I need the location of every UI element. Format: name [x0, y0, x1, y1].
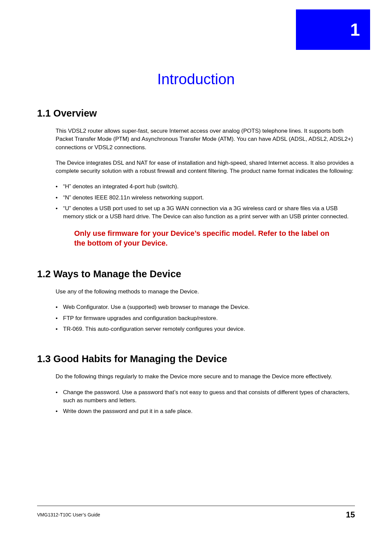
list-item: “N” denotes IEEE 802.11n wireless networ…	[56, 194, 355, 202]
list-item: “H” denotes an integrated 4-port hub (sw…	[56, 183, 355, 191]
list-item: Web Configurator. Use a (supported) web …	[56, 303, 355, 311]
section-heading-good-habits: 1.3 Good Habits for Managing the Device	[37, 353, 355, 365]
page-content: 1.1 Overview This VDSL2 router allows su…	[37, 108, 355, 418]
bullet-list: Web Configurator. Use a (supported) web …	[56, 303, 355, 333]
bullet-list: “H” denotes an integrated 4-port hub (sw…	[56, 183, 355, 221]
paragraph: Do the following things regularly to mak…	[56, 373, 355, 381]
list-item: FTP for firmware upgrades and configurat…	[56, 314, 355, 322]
chapter-title: Introduction	[0, 71, 392, 88]
chapter-tab: 1	[296, 9, 370, 50]
footer-page-number: 15	[346, 510, 355, 519]
footer-guide-title: VMG1312-T10C User’s Guide	[37, 512, 100, 517]
section-heading-ways-to-manage: 1.2 Ways to Manage the Device	[37, 268, 355, 280]
list-item: Change the password. Use a password that…	[56, 388, 355, 405]
list-item: Write down the password and put it in a …	[56, 407, 355, 415]
section-heading-overview: 1.1 Overview	[37, 108, 355, 119]
paragraph: The Device integrates DSL and NAT for ea…	[56, 159, 355, 176]
list-item: TR-069. This auto-configuration server r…	[56, 325, 355, 333]
warning-text: Only use firmware for your Device’s spec…	[74, 228, 341, 248]
paragraph: This VDSL2 router allows super-fast, sec…	[56, 127, 355, 152]
paragraph: Use any of the following methods to mana…	[56, 288, 355, 296]
bullet-list: Change the password. Use a password that…	[56, 388, 355, 416]
page-footer: VMG1312-T10C User’s Guide 15	[37, 506, 355, 519]
list-item: “U” denotes a USB port used to set up a …	[56, 204, 355, 221]
chapter-number: 1	[350, 20, 360, 40]
